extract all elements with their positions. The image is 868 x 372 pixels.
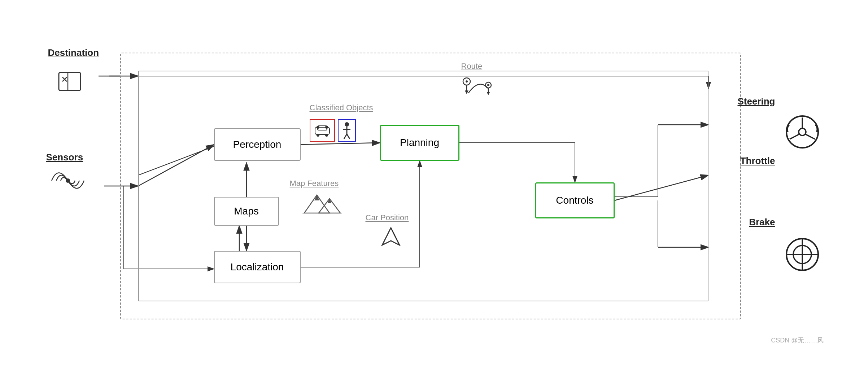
controls-label: Controls — [556, 195, 593, 206]
svg-point-35 — [345, 122, 349, 127]
steering-wheel-icon — [784, 114, 820, 150]
sensors-label: Sensors — [46, 152, 83, 163]
svg-marker-48 — [465, 90, 468, 94]
classified-objects-label: Classified Objects — [310, 103, 373, 112]
perception-label: Perception — [233, 139, 282, 150]
maps-module: Maps — [214, 197, 279, 226]
svg-line-57 — [790, 134, 799, 139]
brake-icon — [784, 236, 820, 273]
svg-point-46 — [466, 80, 468, 83]
svg-point-32 — [325, 134, 328, 137]
route-icon — [456, 74, 499, 104]
svg-point-31 — [317, 134, 319, 137]
perception-module: Perception — [214, 128, 301, 161]
sensors-icon — [48, 168, 88, 198]
maps-label: Maps — [234, 205, 258, 217]
planning-module: Planning — [380, 125, 459, 161]
svg-line-58 — [805, 134, 815, 139]
classified-objects-container — [310, 119, 356, 142]
car-object-icon — [310, 119, 335, 142]
destination-label: Destination — [48, 47, 99, 58]
svg-rect-24 — [59, 72, 80, 90]
planning-label: Planning — [400, 137, 439, 149]
car-position-icon — [380, 226, 402, 251]
svg-point-34 — [325, 126, 328, 129]
route-label: Route — [461, 62, 483, 71]
svg-marker-52 — [487, 92, 490, 95]
localization-label: Localization — [231, 261, 284, 273]
svg-line-39 — [347, 134, 350, 139]
car-position-label: Car Position — [366, 213, 409, 222]
person-object-icon — [338, 119, 356, 142]
controls-module: Controls — [535, 182, 615, 218]
steering-label: Steering — [737, 96, 775, 107]
localization-module: Localization — [214, 251, 301, 283]
destination-icon — [55, 67, 84, 96]
throttle-label: Throttle — [740, 155, 775, 167]
watermark: CSDN @无……风 — [771, 336, 824, 345]
svg-marker-53 — [382, 228, 400, 245]
map-features-label: Map Features — [290, 179, 339, 188]
brake-label: Brake — [749, 217, 775, 228]
svg-point-50 — [487, 84, 489, 86]
svg-point-33 — [317, 126, 319, 129]
svg-line-38 — [344, 134, 347, 139]
svg-point-55 — [799, 128, 806, 136]
map-features-icon — [297, 190, 348, 219]
